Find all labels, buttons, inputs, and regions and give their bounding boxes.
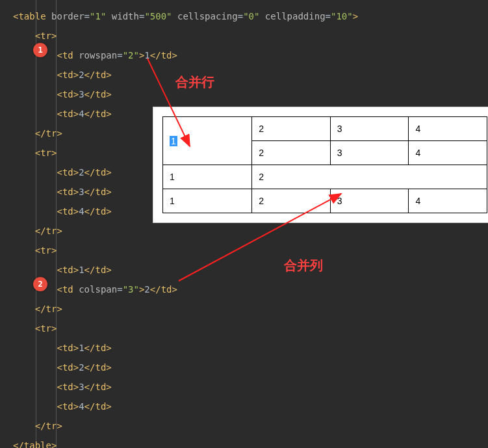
code-line: </tr> bbox=[13, 416, 488, 436]
code-line: <td rowspan="2">1</td> bbox=[13, 46, 488, 65]
code-editor: <table border="1" width="500" cellspacin… bbox=[0, 0, 488, 448]
rendered-table-preview: 1 2 3 4 2 3 4 1 2 1 2 3 4 bbox=[153, 107, 488, 222]
table-row: 1 2 bbox=[163, 165, 487, 189]
cell: 1 bbox=[163, 165, 252, 189]
merged-row-cell: 1 bbox=[163, 117, 252, 165]
cell: 3 bbox=[330, 189, 409, 213]
cell: 4 bbox=[409, 141, 487, 165]
cell: 3 bbox=[330, 117, 409, 141]
code-line: <tr> bbox=[13, 319, 488, 338]
callout-marker-1: 1 bbox=[33, 43, 47, 57]
code-line: <table border="1" width="500" cellspacin… bbox=[13, 7, 488, 26]
code-line: </table> bbox=[13, 436, 488, 448]
cell: 4 bbox=[409, 189, 487, 213]
merged-col-cell: 2 bbox=[252, 165, 487, 189]
cell: 4 bbox=[409, 117, 487, 141]
callout-marker-2: 2 bbox=[33, 277, 47, 291]
cell: 3 bbox=[330, 141, 409, 165]
code-line: <td>2</td> bbox=[13, 65, 488, 85]
code-line: </tr> bbox=[13, 299, 488, 319]
cell: 2 bbox=[252, 141, 331, 165]
code-line: <tr> bbox=[13, 241, 488, 260]
cell: 2 bbox=[252, 117, 331, 141]
code-line: <td>1</td> bbox=[13, 338, 488, 358]
code-line: <td>3</td> bbox=[13, 85, 488, 104]
table-row: 1 2 3 4 bbox=[163, 117, 487, 141]
code-line: <td>2</td> bbox=[13, 358, 488, 377]
cell: 2 bbox=[252, 189, 331, 213]
cell: 1 bbox=[163, 189, 252, 213]
table-row: 1 2 3 4 bbox=[163, 189, 487, 213]
code-line: <td colspan="3">2</td> bbox=[13, 280, 488, 299]
code-line: <td>3</td> bbox=[13, 377, 488, 397]
code-line: <td>1</td> bbox=[13, 260, 488, 280]
code-line: <td>4</td> bbox=[13, 397, 488, 416]
preview-table: 1 2 3 4 2 3 4 1 2 1 2 3 4 bbox=[162, 116, 487, 213]
annotation-colspan: 合并列 bbox=[284, 257, 323, 274]
code-line: </tr> bbox=[13, 221, 488, 241]
code-line: <tr> bbox=[13, 26, 488, 46]
annotation-rowspan: 合并行 bbox=[175, 73, 214, 91]
